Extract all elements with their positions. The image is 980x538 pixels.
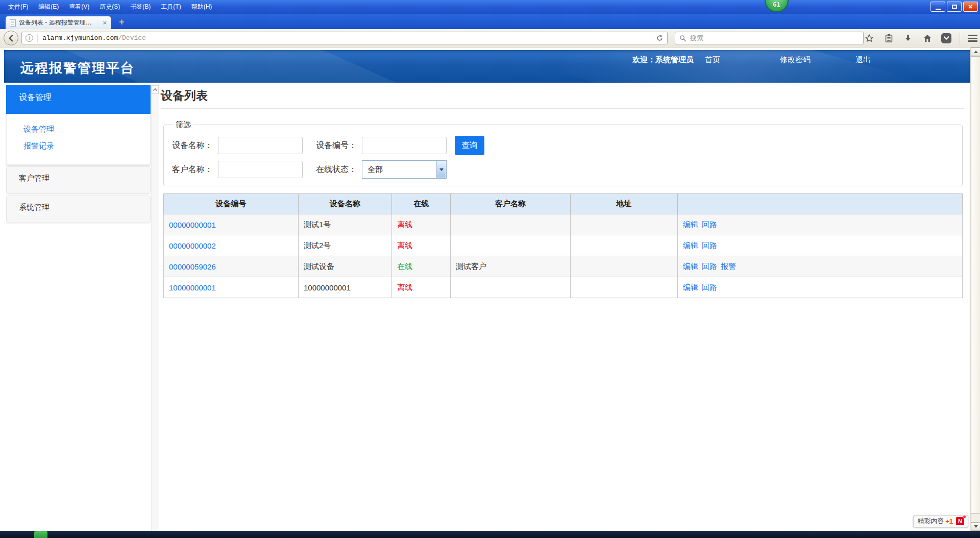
menu-item-tools[interactable]: 工具(T)	[156, 1, 186, 13]
device-id-link[interactable]: 00000000001	[169, 221, 216, 229]
action-link[interactable]: 编辑	[683, 283, 698, 291]
page-title: 设备列表	[161, 88, 964, 104]
nav-home-link[interactable]: 首页	[705, 55, 720, 65]
sidebar-subpanel: 设备管理 报警记录	[6, 114, 151, 165]
menu-item-history[interactable]: 历史(S)	[94, 1, 125, 13]
assistant-ball-badge[interactable]: 61	[765, 0, 789, 12]
restore-icon	[952, 5, 957, 9]
menu-item-help[interactable]: 帮助(H)	[186, 1, 217, 13]
nav-change-password-link[interactable]: 修改密码	[780, 55, 811, 65]
action-link[interactable]: 报警	[721, 262, 736, 271]
customer-name-cell: 测试客户	[451, 256, 571, 277]
minimize-icon	[936, 9, 941, 10]
sidebar-item-alarm-records[interactable]: 报警记录	[23, 141, 150, 151]
table-row: 1000000000110000000001离线编辑回路	[164, 277, 963, 298]
url-path: /Device	[118, 34, 146, 42]
back-button[interactable]	[4, 31, 18, 45]
title-divider	[161, 108, 964, 109]
online-status-select[interactable]: 全部	[362, 160, 447, 179]
nav-logout-link[interactable]: 退出	[855, 55, 871, 65]
home-icon[interactable]	[922, 32, 933, 44]
customer-name-cell	[451, 235, 571, 256]
scrollbar-down-button[interactable]	[971, 522, 980, 531]
browser-scrollbar[interactable]	[970, 47, 980, 531]
device-name-input[interactable]	[218, 137, 303, 154]
address-cell	[571, 277, 678, 298]
downloads-icon[interactable]	[902, 32, 914, 44]
page-icon	[10, 19, 16, 27]
filter-row-2: 客户名称： 在线状态： 全部	[172, 160, 954, 179]
bookmarks-menu-icon[interactable]	[883, 32, 894, 44]
action-link[interactable]: 回路	[702, 283, 717, 291]
site-info-icon[interactable]: i	[26, 34, 33, 42]
bookmark-star-icon[interactable]	[864, 32, 875, 44]
customer-name-input[interactable]	[218, 161, 303, 178]
status-badge: 离线	[397, 241, 412, 250]
menu-item-file[interactable]: 文件(F)	[3, 1, 33, 13]
address-cell	[571, 256, 678, 277]
menu-item-view[interactable]: 查看(V)	[64, 1, 94, 13]
url-bar[interactable]: i alarm.xjymunion.com /Device	[21, 32, 668, 44]
pocket-icon[interactable]	[941, 33, 951, 43]
browser-tab[interactable]: 设备列表 - 远程报警管理… ×	[5, 16, 111, 29]
device-id-link[interactable]: 00000059026	[169, 262, 216, 271]
restore-button[interactable]	[947, 2, 962, 12]
customer-name-cell	[451, 214, 571, 235]
new-tab-button[interactable]: +	[119, 17, 125, 27]
scrollbar-up-button[interactable]	[971, 47, 980, 56]
action-link[interactable]: 编辑	[683, 220, 698, 229]
window-controls: ×	[930, 2, 978, 12]
menu-item-bookmarks[interactable]: 书签(B)	[125, 1, 156, 13]
header-nav: 欢迎：系统管理员 首页 修改密码 退出	[632, 55, 871, 65]
address-cell	[571, 214, 678, 235]
refresh-button[interactable]	[651, 32, 664, 44]
column-header: 地址	[571, 194, 678, 214]
content-scrollbar-up-button[interactable]	[152, 85, 159, 94]
device-id-cell: 00000000001	[164, 214, 299, 235]
sidebar: 设备管理 设备管理 报警记录 客户管理 系统管理	[6, 85, 151, 223]
start-button-sliver[interactable]	[34, 531, 47, 538]
device-name-cell: 10000000001	[299, 277, 392, 298]
scrollbar-thumb[interactable]	[971, 56, 980, 513]
column-header	[678, 194, 963, 214]
device-table: 设备编号设备名称在线客户名称地址 00000000001测试1号离线编辑回路00…	[163, 193, 963, 298]
device-id-link[interactable]: 10000000001	[169, 283, 216, 292]
web-page: 远程报警管理平台 欢迎：系统管理员 首页 修改密码 退出 设备管理 设备管理 报…	[0, 47, 970, 531]
sidebar-group-customer-management[interactable]: 客户管理	[6, 166, 151, 194]
search-icon	[679, 35, 687, 42]
action-link[interactable]: 编辑	[683, 262, 698, 271]
refresh-icon	[656, 34, 664, 42]
window-titlebar: 文件(F) 编辑(E) 查看(V) 历史(S) 书签(B) 工具(T) 帮助(H…	[0, 0, 980, 14]
news-app-icon[interactable]: N	[956, 517, 964, 525]
navigation-toolbar: i alarm.xjymunion.com /Device	[0, 29, 980, 47]
action-link[interactable]: 编辑	[683, 241, 698, 250]
device-table-body: 00000000001测试1号离线编辑回路00000000002测试2号离线编辑…	[164, 214, 963, 298]
sidebar-item-device-management[interactable]: 设备管理	[23, 125, 150, 134]
action-link[interactable]: 回路	[702, 262, 717, 271]
search-input[interactable]	[690, 34, 859, 42]
close-button[interactable]: ×	[963, 2, 978, 12]
toolbar-icons	[864, 31, 977, 46]
filter-panel: 筛选 设备名称： 设备编号： 查询 客户名称： 在线状态： 全部	[163, 120, 963, 186]
triangle-up-icon	[974, 51, 978, 53]
menu-item-edit[interactable]: 编辑(E)	[33, 1, 64, 13]
column-header: 设备编号	[164, 194, 299, 214]
select-dropdown-button[interactable]	[436, 161, 446, 178]
menu-hamburger-icon[interactable]	[968, 35, 977, 42]
tab-close-icon[interactable]: ×	[103, 19, 107, 26]
action-link[interactable]: 回路	[702, 220, 717, 229]
device-id-link[interactable]: 00000000002	[169, 241, 216, 250]
content-scrollbar[interactable]	[151, 85, 159, 531]
search-box[interactable]	[675, 32, 864, 44]
device-table-header-row: 设备编号设备名称在线客户名称地址	[164, 194, 963, 214]
action-link[interactable]: 回路	[702, 241, 717, 250]
sidebar-group-system-management[interactable]: 系统管理	[6, 195, 151, 223]
status-cell: 离线	[392, 214, 451, 235]
screen: 文件(F) 编辑(E) 查看(V) 历史(S) 书签(B) 工具(T) 帮助(H…	[0, 0, 980, 538]
query-button[interactable]: 查询	[455, 136, 484, 155]
device-id-input[interactable]	[362, 137, 447, 154]
minimize-button[interactable]	[930, 2, 945, 12]
sidebar-group-device-management[interactable]: 设备管理	[6, 85, 151, 114]
notification-toast[interactable]: 精彩内容 +1 N	[913, 515, 968, 527]
chevron-down-icon	[439, 168, 444, 171]
